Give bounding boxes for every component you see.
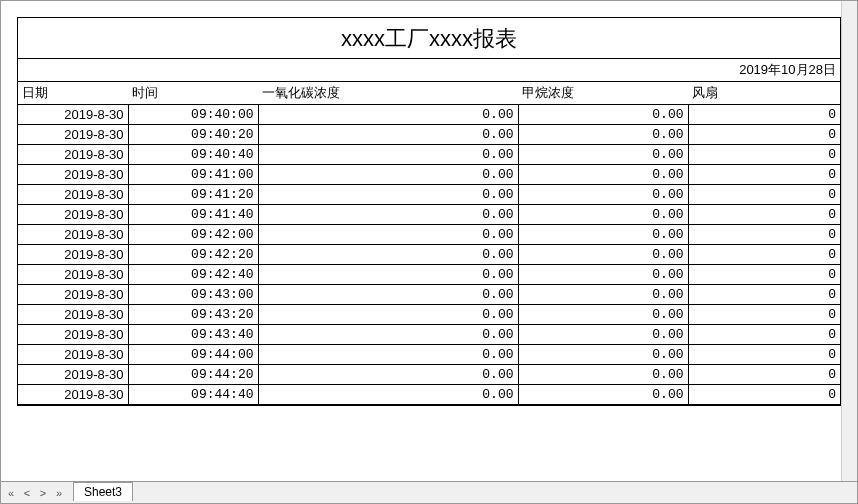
cell-co: 0.00 (258, 325, 518, 345)
cell-fan: 0 (688, 205, 840, 225)
header-ch4: 甲烷浓度 (518, 82, 688, 105)
nav-next-icon[interactable]: > (35, 484, 51, 502)
cell-co: 0.00 (258, 125, 518, 145)
cell-co: 0.00 (258, 165, 518, 185)
report-date: 2019年10月28日 (18, 59, 840, 82)
cell-co: 0.00 (258, 365, 518, 385)
table-row: 2019-8-3009:41:200.000.000 (18, 185, 840, 205)
cell-date: 2019-8-30 (18, 225, 128, 245)
cell-time: 09:40:00 (128, 105, 258, 125)
cell-ch4: 0.00 (518, 165, 688, 185)
nav-prev-icon[interactable]: < (19, 484, 35, 502)
cell-co: 0.00 (258, 285, 518, 305)
cell-time: 09:42:20 (128, 245, 258, 265)
cell-co: 0.00 (258, 205, 518, 225)
cell-time: 09:41:20 (128, 185, 258, 205)
cell-ch4: 0.00 (518, 285, 688, 305)
cell-time: 09:44:00 (128, 345, 258, 365)
cell-ch4: 0.00 (518, 225, 688, 245)
cell-co: 0.00 (258, 385, 518, 405)
cell-co: 0.00 (258, 105, 518, 125)
cell-fan: 0 (688, 325, 840, 345)
cell-date: 2019-8-30 (18, 385, 128, 405)
report-title: xxxx工厂xxxx报表 (18, 18, 840, 59)
cell-time: 09:40:40 (128, 145, 258, 165)
cell-ch4: 0.00 (518, 385, 688, 405)
table-row: 2019-8-3009:44:200.000.000 (18, 365, 840, 385)
cell-ch4: 0.00 (518, 125, 688, 145)
cell-date: 2019-8-30 (18, 105, 128, 125)
cell-co: 0.00 (258, 265, 518, 285)
table-row: 2019-8-3009:40:000.000.000 (18, 105, 840, 125)
cell-co: 0.00 (258, 305, 518, 325)
cell-date: 2019-8-30 (18, 165, 128, 185)
header-date: 日期 (18, 82, 128, 105)
nav-last-icon[interactable]: » (51, 484, 67, 502)
cell-fan: 0 (688, 245, 840, 265)
cell-fan: 0 (688, 225, 840, 245)
cell-ch4: 0.00 (518, 305, 688, 325)
report-frame: xxxx工厂xxxx报表 2019年10月28日 日期 时间 一氧化碳浓度 甲烷… (17, 17, 841, 406)
table-row: 2019-8-3009:41:400.000.000 (18, 205, 840, 225)
table-header-row: 日期 时间 一氧化碳浓度 甲烷浓度 风扇 (18, 82, 840, 105)
cell-date: 2019-8-30 (18, 265, 128, 285)
cell-ch4: 0.00 (518, 205, 688, 225)
cell-time: 09:44:40 (128, 385, 258, 405)
report-viewport: xxxx工厂xxxx报表 2019年10月28日 日期 时间 一氧化碳浓度 甲烷… (1, 1, 857, 481)
header-time: 时间 (128, 82, 258, 105)
table-row: 2019-8-3009:42:200.000.000 (18, 245, 840, 265)
cell-time: 09:42:40 (128, 265, 258, 285)
sheet-nav: « < > » (1, 484, 69, 502)
cell-time: 09:43:40 (128, 325, 258, 345)
table-row: 2019-8-3009:40:400.000.000 (18, 145, 840, 165)
data-table: 日期 时间 一氧化碳浓度 甲烷浓度 风扇 2019-8-3009:40:000.… (18, 82, 840, 405)
table-row: 2019-8-3009:40:200.000.000 (18, 125, 840, 145)
cell-co: 0.00 (258, 185, 518, 205)
cell-ch4: 0.00 (518, 185, 688, 205)
nav-first-icon[interactable]: « (3, 484, 19, 502)
cell-time: 09:44:20 (128, 365, 258, 385)
cell-ch4: 0.00 (518, 245, 688, 265)
vertical-scrollbar[interactable] (841, 1, 857, 481)
cell-ch4: 0.00 (518, 365, 688, 385)
cell-date: 2019-8-30 (18, 305, 128, 325)
cell-co: 0.00 (258, 245, 518, 265)
header-fan: 风扇 (688, 82, 840, 105)
cell-ch4: 0.00 (518, 105, 688, 125)
table-row: 2019-8-3009:44:400.000.000 (18, 385, 840, 405)
cell-fan: 0 (688, 345, 840, 365)
cell-fan: 0 (688, 185, 840, 205)
cell-fan: 0 (688, 265, 840, 285)
header-co: 一氧化碳浓度 (258, 82, 518, 105)
cell-ch4: 0.00 (518, 325, 688, 345)
cell-date: 2019-8-30 (18, 185, 128, 205)
cell-date: 2019-8-30 (18, 325, 128, 345)
table-row: 2019-8-3009:42:000.000.000 (18, 225, 840, 245)
cell-time: 09:41:00 (128, 165, 258, 185)
cell-date: 2019-8-30 (18, 285, 128, 305)
cell-date: 2019-8-30 (18, 145, 128, 165)
cell-fan: 0 (688, 105, 840, 125)
sheet-bar: « < > » Sheet3 (1, 481, 857, 503)
sheet-tab[interactable]: Sheet3 (73, 482, 133, 501)
cell-time: 09:40:20 (128, 125, 258, 145)
cell-co: 0.00 (258, 345, 518, 365)
table-row: 2019-8-3009:44:000.000.000 (18, 345, 840, 365)
table-row: 2019-8-3009:41:000.000.000 (18, 165, 840, 185)
cell-time: 09:42:00 (128, 225, 258, 245)
cell-fan: 0 (688, 125, 840, 145)
cell-time: 09:43:00 (128, 285, 258, 305)
cell-date: 2019-8-30 (18, 345, 128, 365)
cell-date: 2019-8-30 (18, 205, 128, 225)
cell-co: 0.00 (258, 225, 518, 245)
cell-fan: 0 (688, 145, 840, 165)
table-row: 2019-8-3009:43:400.000.000 (18, 325, 840, 345)
table-row: 2019-8-3009:42:400.000.000 (18, 265, 840, 285)
cell-fan: 0 (688, 365, 840, 385)
cell-co: 0.00 (258, 145, 518, 165)
cell-date: 2019-8-30 (18, 125, 128, 145)
cell-fan: 0 (688, 165, 840, 185)
cell-ch4: 0.00 (518, 345, 688, 365)
cell-fan: 0 (688, 385, 840, 405)
cell-ch4: 0.00 (518, 265, 688, 285)
